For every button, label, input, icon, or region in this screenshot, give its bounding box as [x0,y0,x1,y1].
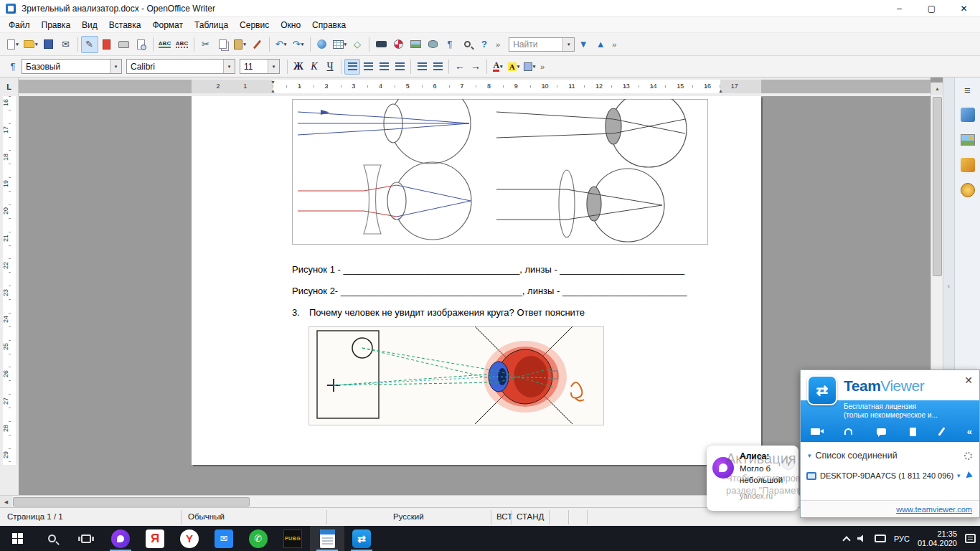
audio-icon[interactable] [844,428,852,435]
connection-row[interactable]: DESKTOP-9DAA7CS (1 811 240 096) ▾ [801,466,979,485]
alice-notification[interactable]: Алиса: › Могло б небольшой yandex.ru [707,446,798,511]
align-center-button[interactable] [360,59,376,75]
italic-button[interactable]: К [306,59,322,75]
taskbar-item-writer[interactable] [310,526,344,551]
status-language[interactable]: Русский [393,512,424,521]
video-call-icon[interactable] [811,428,820,435]
autospellcheck-icon[interactable]: ABC [174,36,191,53]
scroll-left-icon[interactable]: ◀ [0,496,12,508]
tab-selector[interactable]: L [0,77,19,96]
edit-file-icon[interactable]: ✎ [81,36,98,53]
whiteboard-icon[interactable] [938,427,946,435]
status-selection-mode[interactable]: СТАНД [517,512,544,521]
menu-Вид[interactable]: Вид [76,19,103,32]
status-page-style[interactable]: Обычный [188,512,225,521]
find-previous-icon[interactable]: ▲ [592,36,609,53]
font-name-combo[interactable]: Calibri ▾ [126,59,235,74]
print-icon[interactable] [116,36,133,53]
menu-Файл[interactable]: Файл [3,19,36,32]
status-insert-mode[interactable]: ВСТ [496,512,512,521]
redo-icon[interactable]: ↷▾ [290,36,307,53]
sidebar-tab-styles[interactable] [960,157,976,173]
underline-button[interactable]: Ч [322,59,338,75]
connections-expand-icon[interactable]: ▾ [808,452,811,459]
menu-Окно[interactable]: Окно [275,19,306,32]
tray-expand-icon[interactable] [842,536,850,544]
start-button[interactable] [0,526,34,551]
taskbar-item-pubg[interactable]: PUBG [275,526,310,551]
align-left-button[interactable] [344,59,360,75]
minimize-button[interactable]: – [883,0,915,17]
volume-icon[interactable] [857,534,867,542]
teamviewer-website-link[interactable]: www.teamviewer.com [896,505,972,514]
align-justify-button[interactable] [392,59,407,75]
eye-diagrams-image[interactable] [292,99,708,245]
spellcheck-icon[interactable]: ABC [156,36,174,53]
cut-icon[interactable]: ✂ [197,36,215,53]
combo-dropdown-icon[interactable]: ▾ [110,60,121,73]
sidebar-tab-navigator[interactable] [960,182,976,198]
touch-keyboard-icon[interactable] [875,534,886,542]
scroll-up-icon[interactable]: ▲ [931,83,943,95]
sidebar-tab-properties[interactable] [960,107,976,123]
toolbar-overflow-button[interactable]: » [493,40,503,49]
find-replace-icon[interactable] [372,36,390,53]
bullet-list-button[interactable] [430,59,446,75]
status-page[interactable]: Страница 1 / 1 [7,512,63,521]
hyperlink-icon[interactable] [314,36,331,53]
find-input[interactable]: Найти ▾ [509,37,575,52]
gear-icon[interactable] [964,452,972,460]
horizontal-scroll-thumb[interactable] [13,497,250,507]
h-ruler[interactable]: ▼ ▲ ▲ 211234567891011121314151617 [19,80,930,93]
taskbar-clock[interactable]: 21:35 01.04.2020 [918,529,957,548]
font-color-button[interactable]: A▾ [490,59,506,75]
alice-next-icon[interactable]: › [782,457,795,470]
right-indent-marker[interactable]: ▲ [718,88,723,93]
styles-window-icon[interactable]: ¶ [4,58,22,75]
new-document-icon[interactable]: ▾ [4,36,22,53]
highlighting-button[interactable]: A▾ [506,59,522,75]
circle-eye-image[interactable] [308,326,604,425]
page-preview-icon[interactable] [133,36,150,53]
zoom-icon[interactable] [458,36,476,53]
format-toolbar-overflow-button[interactable]: » [537,62,547,71]
taskbar-item-yandex[interactable]: Y [172,526,207,551]
menu-Сервис[interactable]: Сервис [234,19,275,32]
menu-Вставка[interactable]: Вставка [103,19,147,32]
language-indicator[interactable]: РУС [894,534,910,543]
copy-icon[interactable] [215,36,232,53]
format-paintbrush-icon[interactable] [249,36,266,53]
close-button[interactable]: ✕ [948,0,980,17]
left-indent-marker[interactable]: ▲ [270,88,275,93]
increase-indent-button[interactable]: → [468,59,484,75]
numbered-list-button[interactable] [414,59,430,75]
file-transfer-icon[interactable] [910,428,916,436]
taskbar-item-mail[interactable]: ✉ [207,526,241,551]
combo-dropdown-icon[interactable]: ▾ [268,60,279,73]
draw-functions-icon[interactable]: ◇ [349,36,366,53]
find-dropdown-icon[interactable]: ▾ [562,38,574,51]
menu-Таблица[interactable]: Таблица [189,19,234,32]
connection-dropdown-icon[interactable]: ▾ [957,472,961,479]
first-line-indent-marker[interactable]: ▼ [270,80,275,85]
sidebar-tab-gallery[interactable] [960,132,976,148]
email-icon[interactable]: ✉ [57,36,75,53]
teamviewer-panel[interactable]: ⇄ TeamViewer ✕ Бесплатная лицензия (толь… [800,369,980,518]
taskbar-item-yandex-browser[interactable]: Я [138,526,172,551]
taskbar-search-button[interactable] [34,526,69,551]
paragraph-style-combo[interactable]: Базовый ▾ [22,59,122,74]
maximize-button[interactable]: ▢ [915,0,948,17]
bold-button[interactable]: Ж [291,59,306,75]
nonprinting-characters-icon[interactable]: ¶ [441,36,458,53]
table-icon[interactable]: ▾ [331,36,349,53]
action-center-icon[interactable] [965,534,976,543]
align-right-button[interactable] [376,59,392,75]
gallery-icon[interactable] [407,36,424,53]
menu-Справка[interactable]: Справка [306,19,352,32]
navigator-icon[interactable] [390,36,407,53]
font-size-combo[interactable]: 11 ▾ [240,59,280,74]
background-color-button[interactable]: ▾ [522,59,537,75]
combo-dropdown-icon[interactable]: ▾ [223,60,235,73]
export-pdf-icon[interactable] [98,36,116,53]
save-icon[interactable] [40,36,57,53]
